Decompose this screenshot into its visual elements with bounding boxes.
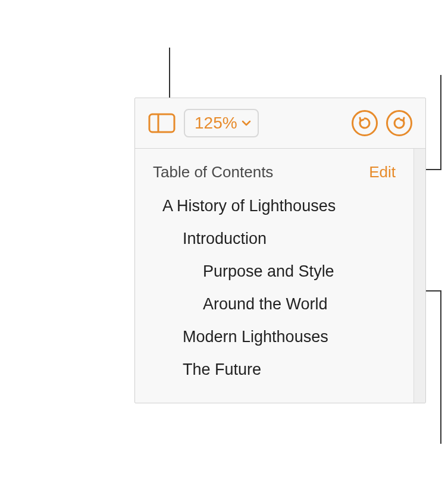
redo-button[interactable] bbox=[386, 110, 412, 136]
document-edge bbox=[413, 149, 425, 403]
callout-line bbox=[440, 75, 441, 170]
zoom-select[interactable]: 125% bbox=[184, 109, 259, 137]
chevron-down-icon bbox=[241, 118, 252, 128]
redo-icon bbox=[392, 116, 406, 130]
undo-icon bbox=[358, 116, 372, 130]
undo-button[interactable] bbox=[352, 110, 378, 136]
sidebar-icon bbox=[148, 112, 176, 134]
svg-rect-0 bbox=[149, 114, 174, 132]
toc-item[interactable]: Purpose and Style bbox=[153, 255, 396, 288]
toc-title: Table of Contents bbox=[153, 163, 273, 181]
callout-line bbox=[440, 290, 441, 444]
toc-item[interactable]: Introduction bbox=[153, 222, 396, 255]
sidebar-panel: 125% Table of Contents bbox=[134, 98, 426, 403]
toc-item[interactable]: The Future bbox=[153, 353, 396, 386]
zoom-value-label: 125% bbox=[195, 114, 237, 133]
toc-item[interactable]: Around the World bbox=[153, 288, 396, 321]
toc-list: A History of Lighthouses Introduction Pu… bbox=[135, 190, 413, 392]
sidebar-body: Table of Contents Edit A History of Ligh… bbox=[135, 149, 425, 403]
sidebar-toggle-button[interactable] bbox=[148, 112, 176, 134]
edit-button[interactable]: Edit bbox=[369, 163, 396, 181]
callout-line bbox=[169, 48, 170, 98]
toc-header: Table of Contents Edit bbox=[135, 159, 413, 190]
sidebar-content: Table of Contents Edit A History of Ligh… bbox=[135, 149, 413, 403]
toolbar: 125% bbox=[135, 98, 425, 149]
toc-item[interactable]: Modern Lighthouses bbox=[153, 321, 396, 353]
toc-item[interactable]: A History of Lighthouses bbox=[153, 190, 396, 222]
